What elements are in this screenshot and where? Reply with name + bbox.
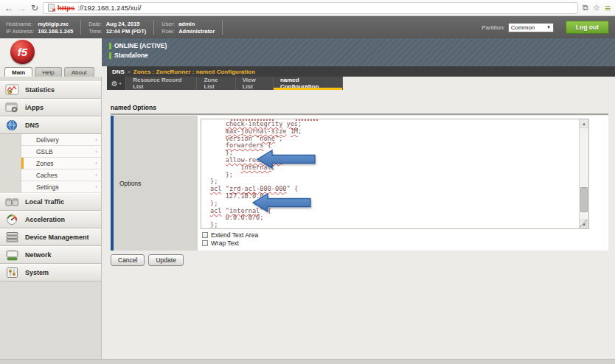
checkbox-icon xyxy=(202,240,208,246)
update-button[interactable]: Update xyxy=(148,254,183,266)
tab-about[interactable]: About xyxy=(64,67,94,77)
sidebar-item-network[interactable]: Network xyxy=(0,246,101,264)
role-label: Role: xyxy=(161,28,175,35)
screen: ← → ↻ https ://192.168.1.245/xui/ ⧉ ☆ ≡ … xyxy=(0,0,615,364)
insecure-page-icon xyxy=(48,4,55,12)
tab-help[interactable]: Help xyxy=(35,67,61,77)
time-value: 12:44 PM (PDT) xyxy=(106,28,147,35)
partition-select[interactable]: Common ▼ xyxy=(508,23,554,32)
banner: f5 ONLINE (ACTIVE) Standalone xyxy=(0,38,615,66)
sidebar-item-device-management[interactable]: Device Management xyxy=(0,228,101,246)
logout-button[interactable]: Log out xyxy=(566,21,609,34)
gear-menu-button[interactable]: ⚙ ▾ xyxy=(107,77,126,90)
hostname-group: Hostname: mybigip.me IP Address: 192.168… xyxy=(6,21,80,35)
chevron-right-icon: › xyxy=(95,136,97,143)
select-caret-icon: ▼ xyxy=(546,25,551,29)
options-form-row: Options check-integrity yes; max-journal… xyxy=(111,116,608,251)
sidebar-item-label: Device Management xyxy=(25,234,89,241)
tab-named-configuration[interactable]: named Configuration xyxy=(274,77,343,90)
gear-icon: ⚙ xyxy=(111,80,118,88)
sidebar-item-label: Local Traffic xyxy=(25,198,64,206)
textarea-resize-grip[interactable] xyxy=(580,220,588,228)
sidebar-item-label: DNS xyxy=(25,122,39,129)
textarea-scrollbar[interactable]: ▲ ▼ xyxy=(579,119,588,228)
section-title: named Options xyxy=(111,104,608,115)
clipped-text-artifact xyxy=(296,119,318,121)
system-icon xyxy=(5,267,20,279)
sidebar-item-statistics[interactable]: Statistics xyxy=(0,81,101,99)
ip-label: IP Address: xyxy=(6,28,34,35)
chevron-right-icon: › xyxy=(95,160,97,167)
checkbox-label: Extend Text Area xyxy=(211,231,258,239)
sidebar-item-label: iApps xyxy=(25,104,44,111)
sidebar-item-local-traffic[interactable]: Local Traffic xyxy=(0,193,101,211)
tab-zone-list[interactable]: Zone List xyxy=(197,77,235,90)
local-traffic-icon xyxy=(5,196,20,208)
f5-logo-text: f5 xyxy=(18,46,27,58)
url-scheme-struck: https xyxy=(58,4,74,12)
sidebar-item-iapps[interactable]: iApps xyxy=(0,99,101,116)
nav-row: Main Help About DNS » Zones : ZoneRunner… xyxy=(0,66,615,77)
status-text: ONLINE (ACTIVE) xyxy=(114,42,167,49)
date-label: Date: xyxy=(88,21,102,27)
logo-box: f5 xyxy=(0,38,102,66)
sidebar-subitem-zones[interactable]: Zones › xyxy=(21,158,101,169)
user-label: User: xyxy=(161,21,175,27)
scroll-up-icon[interactable]: ▲ xyxy=(580,119,588,128)
tab-main[interactable]: Main xyxy=(4,67,32,77)
device-management-icon xyxy=(5,231,20,243)
bookmark-star-icon[interactable]: ☆ xyxy=(593,3,600,13)
header-divider xyxy=(222,20,223,35)
bottom-strip xyxy=(0,359,615,364)
subitem-label: Settings xyxy=(36,183,59,191)
iapps-icon xyxy=(5,102,20,113)
statistics-icon xyxy=(5,84,20,96)
callout-arrow-icon xyxy=(252,192,311,213)
sidebar-subitem-delivery[interactable]: Delivery › xyxy=(21,134,101,146)
sidebar-subitem-caches[interactable]: Caches › xyxy=(21,169,101,181)
clipped-text-artifact xyxy=(231,119,274,121)
browser-back-icon[interactable]: ← xyxy=(4,4,13,13)
breadcrumb: DNS » Zones : ZoneRunner : named Configu… xyxy=(107,66,615,77)
ip-value: 192.168.1.245 xyxy=(38,28,73,35)
f5-logo: f5 xyxy=(10,40,35,64)
tab-view-list[interactable]: View List xyxy=(236,77,274,90)
browser-toolbar: ← → ↻ https ://192.168.1.245/xui/ ⧉ ☆ ≡ xyxy=(0,0,615,16)
hostname-label: Hostname: xyxy=(6,21,34,27)
scrollbar-thumb[interactable] xyxy=(580,187,588,212)
chevron-down-icon: ▾ xyxy=(119,81,122,85)
partition-control: Partition: Common ▼ xyxy=(482,23,554,32)
extend-text-area-checkbox[interactable]: Extend Text Area xyxy=(202,231,258,239)
browser-reload-icon[interactable]: ↻ xyxy=(31,4,38,13)
partition-label: Partition: xyxy=(482,24,505,31)
acceleration-icon xyxy=(5,214,20,225)
chevron-right-icon: › xyxy=(95,148,97,155)
address-bar[interactable]: https ://192.168.1.245/xui/ xyxy=(43,2,578,14)
role-value: Administrator xyxy=(178,28,215,35)
main-content: named Options Options check-integrity ye… xyxy=(107,90,615,359)
date-value: Aug 24, 2015 xyxy=(106,21,147,27)
cancel-button[interactable]: Cancel xyxy=(111,254,145,266)
options-label: Options xyxy=(114,116,198,251)
sidebar-subitem-gslb[interactable]: GSLB › xyxy=(21,146,101,158)
options-value-cell: check-integrity yes; max-journal-size 1M… xyxy=(198,116,608,251)
sidebar-item-acceleration[interactable]: Acceleration xyxy=(0,211,101,228)
app-header: Hostname: mybigip.me IP Address: 192.168… xyxy=(0,16,615,38)
url-text: ://192.168.1.245/xui/ xyxy=(77,4,141,12)
checkbox-label: Wrap Text xyxy=(211,239,239,247)
breadcrumb-root[interactable]: DNS xyxy=(112,69,125,75)
callout-arrow-icon xyxy=(257,149,316,169)
tab-resource-record-list[interactable]: Resource Record List xyxy=(126,77,197,90)
sidebar-item-dns[interactable]: DNS xyxy=(0,116,101,134)
time-label: Time: xyxy=(88,28,102,35)
mode-indicator-icon xyxy=(109,52,111,59)
browser-menu-icon[interactable]: ≡ xyxy=(605,2,611,14)
sidebar-item-system[interactable]: System xyxy=(0,264,101,281)
subitem-label: Caches xyxy=(36,172,58,179)
tab-switch-icon[interactable]: ⧉ xyxy=(583,3,588,13)
sidebar-subitem-settings[interactable]: Settings › xyxy=(21,181,101,193)
breadcrumb-path[interactable]: Zones : ZoneRunner : named Configuration xyxy=(133,69,255,75)
wrap-text-checkbox[interactable]: Wrap Text xyxy=(202,239,239,247)
breadcrumb-separator: » xyxy=(128,69,131,74)
browser-forward-icon[interactable]: → xyxy=(18,4,27,13)
